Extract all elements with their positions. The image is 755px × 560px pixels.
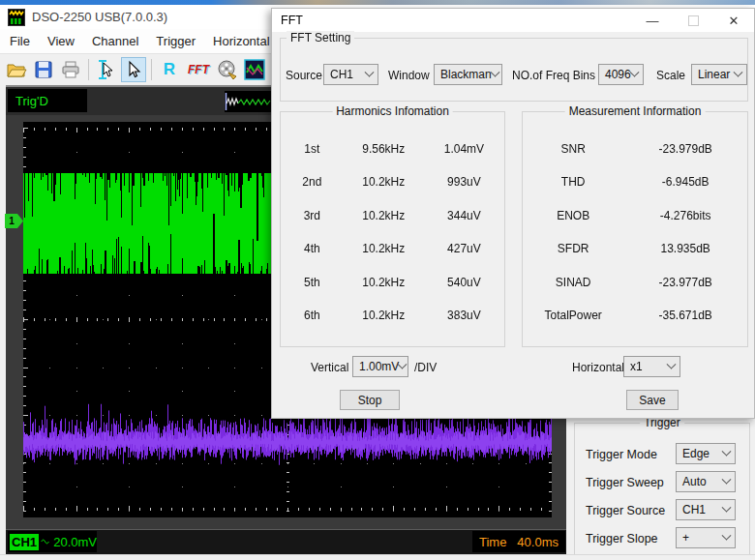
maximize-icon — [688, 15, 699, 26]
cursor-measure-icon[interactable] — [94, 57, 119, 82]
measurement-legend: Measurement Information — [565, 104, 706, 118]
trigger-slope-label: Trigger Slope — [586, 532, 658, 545]
harmonic-row: 5th 10.2kHz 540uV — [281, 276, 504, 289]
waveform-display-icon[interactable] — [242, 57, 267, 82]
window-select[interactable]: Blackman — [434, 64, 502, 85]
vertical-label: Vertical — [311, 361, 348, 374]
fft-icon[interactable]: FFT — [184, 57, 213, 82]
trigger-slope-select[interactable]: + — [676, 527, 736, 548]
window-bottom-border — [0, 554, 755, 560]
source-select[interactable]: CH1 — [323, 64, 378, 85]
minimize-button[interactable]: — — [632, 9, 673, 32]
harmonic-row: 3rd 10.2kHz 344uV — [281, 209, 504, 222]
source-label: Source — [286, 69, 322, 82]
fft-dialog: FFT — ✕ FFT Setting Source CH1 Window Bl… — [271, 8, 755, 419]
measurement-row: SINAD -23.977dB — [523, 276, 747, 289]
freq-bins-label: NO.of Freq Bins — [512, 69, 595, 82]
chevron-down-icon — [722, 502, 732, 512]
chevron-down-icon — [722, 530, 732, 540]
ch1-scale-value: 20.0mV — [53, 535, 97, 549]
stop-button[interactable]: Stop — [340, 390, 400, 410]
chevron-down-icon — [667, 359, 677, 368]
measurement-row: THD -6.945dB — [523, 175, 747, 189]
timebase-readout[interactable]: Time 40.0ms — [472, 531, 565, 552]
horizontal-scale-select[interactable]: x1 — [623, 356, 680, 377]
vertical-unit-label: /DIV — [414, 361, 437, 374]
fft-dialog-title: FFT — [281, 14, 632, 27]
maximize-button[interactable] — [673, 9, 713, 32]
harmonic-row: 1st 9.56kHz 1.04mV — [281, 142, 504, 156]
measurement-row: ENOB -4.276bits — [523, 209, 747, 222]
fft-dialog-titlebar[interactable]: FFT — ✕ — [272, 9, 754, 32]
chevron-down-icon — [365, 67, 375, 76]
time-label: Time — [479, 535, 506, 549]
chevron-down-icon — [398, 359, 408, 368]
ch1-badge: CH1 — [10, 534, 39, 550]
time-value: 40.0ms — [517, 535, 559, 549]
ac-coupling-icon — [41, 536, 49, 547]
record-preview-strip[interactable] — [225, 91, 271, 112]
menu-file[interactable]: File — [1, 30, 39, 52]
trigger-mode-label: Trigger Mode — [586, 448, 657, 461]
trigger-status-text: Trig'D — [15, 94, 48, 108]
measurement-row: SFDR 13.935dB — [523, 242, 747, 255]
menu-channel[interactable]: Channel — [83, 30, 147, 52]
save-button[interactable]: Save — [626, 390, 679, 410]
save-icon[interactable] — [31, 57, 56, 82]
pointer-icon[interactable] — [121, 57, 146, 82]
freq-bins-select[interactable]: 4096 — [598, 64, 644, 85]
close-button[interactable]: ✕ — [713, 9, 754, 32]
scale-label: Scale — [656, 69, 685, 82]
menu-horizontal[interactable]: Horizontal — [204, 30, 279, 52]
harmonics-legend: Harmonics Infomation — [332, 104, 453, 118]
chevron-down-icon — [490, 67, 499, 76]
trigger-source-select[interactable]: CH1 — [676, 499, 736, 520]
scale-select[interactable]: Linear — [691, 64, 747, 85]
vertical-scale-select[interactable]: 1.00mV — [352, 356, 408, 377]
trigger-source-label: Trigger Source — [586, 504, 665, 517]
toolbar-separator — [88, 59, 89, 80]
fft-setting-legend: FFT Setting — [287, 31, 354, 44]
window-label: Window — [388, 69, 430, 82]
measurement-row: SNR -23.979dB — [523, 142, 747, 156]
harmonics-groupbox: Harmonics Infomation 1st 9.56kHz 1.04mV … — [280, 111, 505, 347]
chevron-down-icon — [722, 446, 732, 456]
toolbar-separator — [151, 59, 152, 80]
open-icon[interactable] — [4, 57, 29, 82]
record-icon[interactable] — [215, 57, 240, 82]
chevron-down-icon — [722, 474, 732, 484]
print-icon[interactable] — [58, 57, 83, 82]
app-icon — [8, 9, 25, 26]
measurement-groupbox: Measurement Information SNR -23.979dB TH… — [522, 111, 748, 347]
chevron-down-icon — [734, 67, 743, 76]
menu-trigger[interactable]: Trigger — [147, 30, 204, 52]
trigger-mode-select[interactable]: Edge — [676, 443, 736, 464]
trigger-sweep-select[interactable]: Auto — [676, 471, 736, 492]
horizontal-label: Horizontal — [572, 361, 624, 374]
screen: DSO-2250 USB(7.0.0.3) File View Channel … — [0, 0, 755, 560]
window-title: DSO-2250 USB(7.0.0.3) — [32, 10, 167, 24]
harmonic-row: 2nd 10.2kHz 993uV — [281, 175, 504, 189]
trigger-sweep-label: Trigger Sweep — [586, 476, 664, 489]
measurement-row: TotalPower -35.671dB — [523, 309, 747, 322]
menu-view[interactable]: View — [39, 30, 83, 52]
harmonic-row: 6th 10.2kHz 383uV — [281, 309, 504, 322]
ch1-scale-readout[interactable]: CH1 20.0mV — [8, 531, 97, 552]
harmonic-row: 4th 10.2kHz 427uV — [281, 242, 504, 255]
refresh-r-icon[interactable]: R — [157, 57, 182, 82]
trigger-status-indicator: Trig'D — [8, 89, 87, 112]
chevron-down-icon — [630, 67, 640, 76]
